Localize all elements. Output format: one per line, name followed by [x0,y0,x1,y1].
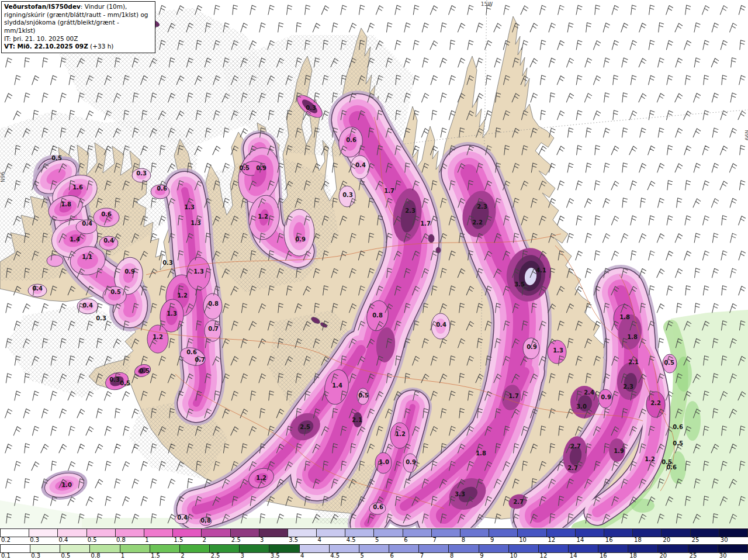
precip-value-label: 0.6 [186,349,197,355]
legend-colorbars: 0.20.30.40.50.811.522.533.544.5567891012… [0,528,748,560]
precip-value-label: 1.2 [256,475,266,481]
colorbar-tick-label: 2 [181,552,184,559]
colorbar-cell [300,545,330,552]
precip-value-label: 0.5 [139,368,150,374]
precip-value-label: 0.4 [436,322,446,328]
colorbar-cell [231,529,259,537]
precip-value-label: 0.5 [673,440,683,447]
colorbar-tick-label: 14 [577,537,584,543]
map-title-box: Veðurstofan/IS750dev: Vindur (10m), rign… [1,1,155,53]
colorbar-tick-label: 8 [462,537,465,543]
colorbar-tick-label: 12 [540,552,548,559]
colorbar-cell [259,529,288,537]
precip-value-label: 2.3 [405,208,415,214]
colorbar-tick-label: 1.5 [174,537,183,543]
precip-value-label: 0.6 [373,504,383,510]
colorbar-cell [604,529,633,537]
precip-value-label: 0.3 [342,192,353,198]
precip-value-label: 1.9 [614,448,624,454]
title-line-model: Veðurstofan/IS750dev: Vindur (10m), [4,3,151,11]
colorbar-tick-label: 0.8 [91,552,101,559]
precip-value-label: 1.4 [332,382,342,389]
title-line-valid-time: VT: Mið. 22.10.2025 09Z (+33 h) [4,43,151,51]
precip-value-label: 3.5 [514,281,525,288]
colorbar-tick-label: 3.5 [271,552,280,559]
colorbar-tick-label: 18 [629,552,637,559]
rain-colorbar: 0.20.30.40.50.811.522.533.544.5567891012… [0,528,748,544]
precip-value-label: 0.7 [195,357,205,363]
title-line-init-time: IT: þri. 21. 10. 2025 00Z [4,35,151,43]
colorbar-cell [460,529,489,537]
colorbar-tick-label: 0.3 [30,537,39,543]
snow-colorbar-cells [0,544,748,553]
precip-value-label: 2.3 [623,383,633,390]
colorbar-tick-label: 4 [318,537,321,543]
colorbar-cell [58,529,86,537]
colorbar-cell [0,529,29,537]
precip-value-label: 1.2 [395,431,406,437]
colorbar-cell [518,529,546,537]
weather-forecast-page: 0.30.51.61.80.30.60.60.41.40.41.10.40.90… [0,0,748,560]
precip-value-label: 1.7 [508,393,519,399]
precip-value-label: 1.3 [553,347,563,354]
colorbar-cell [150,545,180,552]
colorbar-tick-label: 25 [692,537,699,543]
precip-value-label: 2.4 [584,389,594,396]
colorbar-tick-label: 10 [510,552,517,559]
precip-value-label: 4.1 [536,267,546,274]
precip-value-label: 1.2 [645,456,655,462]
precip-value-label: 0.7 [208,326,219,332]
colorbar-tick-label: 12 [548,537,555,543]
colorbar-tick-label: 30 [721,537,728,543]
colorbar-tick-label: 1 [145,537,148,543]
colorbar-cell [598,545,628,552]
precip-value-label: 2.2 [650,400,661,406]
colorbar-tick-label: 5 [375,537,379,543]
title-line-rain-legend: rigning/skúrir (grænt/blátt/rautt - mm/1… [4,11,151,19]
colorbar-cell [489,529,518,537]
colorbar-cell [30,545,60,552]
precip-value-label: 0.9 [295,236,306,243]
colorbar-cell [719,529,748,537]
precip-value-label: 0.4 [82,220,92,227]
colorbar-cell [688,545,718,552]
precip-value-label: 0.9 [124,268,135,275]
title-line-snow-legend: slydda/snjókoma (grátt/bleikt/grænt - mm… [4,19,151,34]
colorbar-cell [180,545,210,552]
precip-value-label: 1.3 [193,268,204,275]
precip-value-label: 0.4 [103,237,114,244]
precip-value-label: 0.4 [355,162,366,168]
colorbar-cell [389,545,419,552]
precip-value-label: 1.8 [476,450,486,457]
colorbar-tick-label: 4.5 [347,537,356,543]
colorbar-cell [210,545,240,552]
colorbar-cell [691,529,719,537]
colorbar-tick-label: 7 [420,552,424,559]
precip-value-label: 1.6 [72,184,83,191]
precip-value-label: 1.3 [191,220,201,226]
precip-value-label: 0.8 [372,312,383,319]
colorbar-tick-label: 4 [300,552,304,559]
colorbar-tick-label: 14 [570,552,577,559]
colorbar-tick-label: 0.5 [61,552,70,559]
colorbar-tick-label: 2.5 [231,537,241,543]
colorbar-tick-label: 18 [634,537,642,543]
colorbar-cell [658,545,688,552]
precip-value-label: 2.7 [513,499,524,505]
colorbar-tick-label: 20 [659,552,667,559]
precip-value-label: 0.8 [208,300,219,307]
colorbar-cell [202,529,230,537]
longitude-label: 15W [481,1,493,7]
precip-value-label: 0.6 [673,424,683,430]
precip-value-label: 1.3 [184,204,195,210]
colorbar-tick-label: 0.8 [116,537,126,543]
precip-value-label: 2.1 [352,417,362,423]
forecast-map: 0.30.51.61.80.30.60.60.41.40.41.10.40.90… [0,0,748,528]
colorbar-cell [419,545,449,552]
colorbar-cell [662,529,690,537]
precip-value-label: 1.3 [167,310,177,317]
precip-value-label: 0.9 [527,344,537,350]
colorbar-cell [345,529,374,537]
precip-value-label: 3.3 [455,491,465,497]
grid-label-right: N99 [744,130,748,140]
